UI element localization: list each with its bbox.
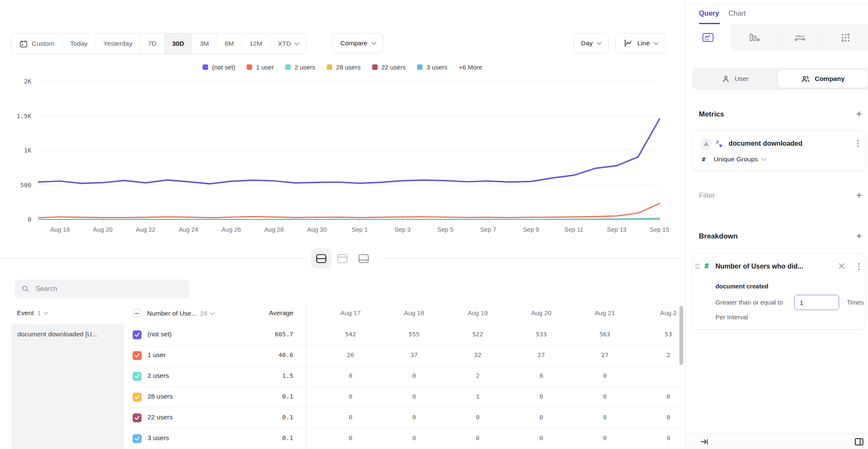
legend-item[interactable]: 3 users: [417, 64, 447, 71]
metric-card[interactable]: A document downloaded # Unique Groups: [692, 130, 866, 171]
date-column-header: Aug 19: [446, 309, 509, 316]
x-axis-tick-label: Sep 7: [480, 226, 496, 233]
line-chart-icon: [702, 32, 714, 43]
row-checkbox[interactable]: [133, 413, 142, 422]
range-12m[interactable]: 12M: [242, 33, 270, 54]
layout-split-view-button[interactable]: [311, 248, 331, 269]
y-axis-tick-label: 0: [28, 216, 31, 223]
view-bar-chart-tab[interactable]: [731, 25, 776, 50]
row-label: 28 users: [147, 393, 172, 400]
view-grid-tab[interactable]: [823, 25, 868, 50]
row-value: 555: [382, 331, 446, 338]
entity-user-segment[interactable]: User: [692, 68, 778, 90]
row-average: 1.5: [247, 372, 293, 379]
measure-label: Unique Groups: [714, 155, 758, 163]
row-checkbox[interactable]: [133, 434, 142, 443]
metric-kebab-menu[interactable]: [857, 139, 860, 148]
x-axis-tick-label: Sep 3: [395, 226, 411, 233]
search-box: [15, 280, 189, 298]
sidebar-layout-icon[interactable]: [854, 437, 864, 449]
row-value: 0: [319, 393, 382, 400]
row-separator: [128, 387, 685, 387]
check-icon: [134, 374, 140, 379]
drag-handle-icon[interactable]: [695, 264, 700, 269]
row-value: 0: [446, 414, 509, 421]
metric-event-name: document downloaded: [729, 140, 802, 147]
event-name-cell[interactable]: document downloaded [U...: [11, 324, 124, 449]
row-separator: [128, 366, 685, 366]
range-30d[interactable]: 30D: [164, 33, 192, 54]
legend-item[interactable]: (not set): [203, 64, 235, 71]
legend-item[interactable]: 28 users: [327, 64, 361, 71]
x-axis-tick-label: Aug 20: [93, 226, 113, 233]
chart-type-dropdown[interactable]: Line: [615, 33, 666, 53]
range-label: Yesterday: [103, 40, 132, 47]
tab-query[interactable]: Query: [699, 9, 719, 17]
legend-label: 1 user: [256, 64, 274, 71]
chevron-down-icon: [597, 40, 601, 44]
collapse-panel-icon[interactable]: [700, 437, 709, 448]
date-column-header: Aug 21: [573, 309, 637, 316]
row-checkbox[interactable]: [133, 372, 142, 381]
row-value: 0: [382, 372, 446, 379]
range-custom[interactable]: Custom: [11, 33, 62, 54]
range-yesterday[interactable]: Yesterday: [96, 33, 140, 54]
active-tab-underline: [699, 23, 720, 24]
range-label: Custom: [32, 40, 54, 47]
split-view-icon: [316, 254, 327, 263]
row-separator: [128, 407, 685, 408]
tab-chart[interactable]: Chart: [729, 9, 746, 17]
group-count: 24: [200, 310, 207, 317]
breakdown-kebab-menu[interactable]: [857, 262, 861, 271]
range-today[interactable]: Today: [62, 33, 95, 54]
measure-dropdown[interactable]: Unique Groups: [714, 155, 765, 163]
date-column-header: Aug 18: [382, 309, 446, 316]
table-scrollbar[interactable]: [679, 306, 683, 365]
x-axis-tick-label: Aug 30: [307, 226, 327, 233]
check-icon: [134, 353, 140, 358]
entity-toggle: User Company: [692, 68, 868, 90]
event-column-header[interactable]: Event 1: [17, 309, 47, 317]
range-xtd[interactable]: XTD: [270, 33, 306, 54]
row-checkbox[interactable]: [133, 351, 142, 360]
table-only-icon: [358, 254, 369, 263]
granularity-label: Day: [581, 39, 593, 47]
entity-company-segment[interactable]: Company: [778, 70, 868, 88]
legend-item[interactable]: 2 users: [285, 64, 315, 71]
row-label: (not set): [147, 330, 172, 338]
view-flow-tab[interactable]: [777, 25, 823, 50]
range-7d[interactable]: 7D: [140, 33, 164, 54]
x-axis-tick-label: Sep 11: [564, 226, 583, 233]
row-value: 0: [573, 372, 637, 379]
layout-table-only-button[interactable]: [353, 248, 374, 269]
range-3m[interactable]: 3M: [192, 33, 217, 54]
line-chart: 05001K1.5K2KAug 18Aug 20Aug 22Aug 24Aug …: [0, 72, 685, 238]
average-header-label: Average: [269, 309, 293, 317]
breakdown-card: # Number of Users who did... document cr…: [692, 253, 866, 330]
legend-item[interactable]: 22 users: [372, 64, 406, 71]
x-axis-tick-label: Aug 18: [50, 226, 70, 233]
view-line-chart-tab[interactable]: [685, 25, 731, 50]
breakdown-condition-label: Greater than or equal to: [715, 299, 783, 306]
close-icon[interactable]: [838, 263, 845, 271]
average-column-header: Average: [247, 309, 293, 317]
search-input[interactable]: [35, 285, 183, 293]
range-6m[interactable]: 6M: [217, 33, 242, 54]
add-breakdown-button[interactable]: +: [854, 231, 864, 241]
layout-chart-only-button[interactable]: [332, 248, 353, 269]
breakdown-title: Number of Users who did...: [715, 263, 803, 270]
add-filter-button[interactable]: +: [854, 191, 864, 201]
legend-more[interactable]: +6 More: [459, 64, 482, 71]
row-value: 0: [509, 372, 573, 379]
compare-button[interactable]: Compare: [332, 33, 384, 53]
chevron-down-icon: [762, 156, 766, 161]
row-checkbox[interactable]: [133, 330, 142, 339]
breakdown-value-input[interactable]: [794, 295, 839, 310]
select-all-checkbox[interactable]: [133, 309, 141, 318]
add-metric-button[interactable]: +: [854, 109, 864, 119]
legend-item[interactable]: 1 user: [247, 64, 274, 71]
range-label: 3M: [200, 40, 209, 47]
row-value: 542: [319, 331, 382, 338]
granularity-dropdown[interactable]: Day: [573, 33, 609, 53]
row-checkbox[interactable]: [133, 393, 142, 402]
